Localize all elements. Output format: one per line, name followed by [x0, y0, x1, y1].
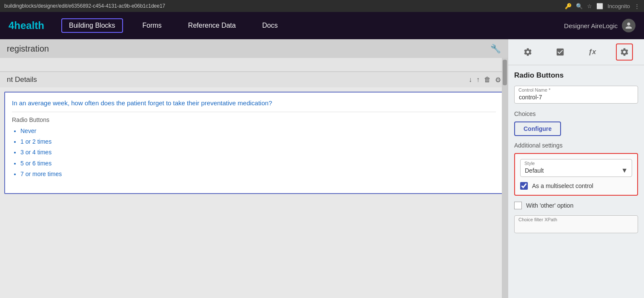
fx-icon: ƒx	[588, 48, 596, 56]
nav-user-area: Designer AireLogic	[564, 19, 635, 32]
gear2-button[interactable]	[616, 43, 633, 61]
radio-choices-list: Never 1 or 2 times 3 or 4 times 5 or 6 t…	[12, 126, 496, 179]
fx-button[interactable]: ƒx	[584, 43, 601, 61]
nav-forms[interactable]: Forms	[136, 19, 169, 32]
choices-label: Choices	[514, 110, 638, 117]
main-layout: registration 🔧 nt Details ↓ ↑ 🗑 ⚙ In an …	[0, 39, 644, 298]
user-name: Designer AireLogic	[564, 22, 618, 29]
page-title: registration	[7, 44, 49, 54]
browser-url: buildingblocks/designer/edit/e6356892-c4…	[4, 3, 165, 9]
up-arrow-icon[interactable]: ↑	[476, 76, 480, 84]
other-option-checkbox-empty[interactable]	[514, 202, 522, 209]
highlighted-settings-box: Style Default Horizontal Vertical ▼ As a…	[514, 153, 638, 196]
browser-controls: 🔑 🔍 ☆ ⬜ Incognito ⋮	[565, 3, 640, 9]
top-nav: 4health Building Blocks Forms Reference …	[0, 12, 644, 39]
wrench-icon[interactable]: 🔧	[490, 43, 501, 54]
down-arrow-icon[interactable]: ↓	[469, 76, 472, 84]
bookmark-icon: ☆	[587, 3, 592, 9]
delete-icon[interactable]: 🗑	[484, 76, 491, 84]
list-item: 7 or more times	[20, 169, 496, 179]
list-item: Never	[20, 126, 496, 136]
nav-docs[interactable]: Docs	[255, 19, 284, 32]
other-option-label: With 'other' option	[526, 202, 573, 209]
section-title: nt Details	[7, 75, 37, 84]
browser-bar: buildingblocks/designer/edit/e6356892-c4…	[0, 0, 644, 12]
list-item: 3 or 4 times	[20, 147, 496, 158]
content-area: registration 🔧 nt Details ↓ ↑ 🗑 ⚙ In an …	[0, 39, 508, 298]
section-actions: ↓ ↑ 🗑 ⚙	[469, 76, 501, 84]
zoom-icon: 🔍	[576, 3, 583, 9]
settings-icon[interactable]: ⚙	[495, 76, 501, 84]
url-text: buildingblocks/designer/edit/e6356892-c4…	[4, 3, 165, 9]
filter-label: Choice filter XPath	[518, 217, 557, 222]
question-text: In an average week, how often does the p…	[12, 99, 496, 107]
multiselect-label: As a multiselect control	[532, 182, 593, 189]
menu-icon: ⋮	[634, 3, 640, 9]
multiselect-checkbox[interactable]	[520, 182, 528, 190]
filter-group: Choice filter XPath	[514, 215, 638, 233]
control-name-field: Control Name *	[514, 86, 638, 104]
checkbox-button[interactable]	[552, 43, 569, 61]
additional-settings-label: Additional settings	[514, 142, 638, 149]
list-item: 5 or 6 times	[20, 158, 496, 169]
configure-button[interactable]: Configure	[514, 122, 561, 136]
panel-title: Radio Buttons	[514, 71, 638, 80]
panel-content: Radio Buttons Control Name * Choices Con…	[508, 65, 644, 298]
key-icon: 🔑	[565, 3, 572, 9]
list-item: 1 or 2 times	[20, 136, 496, 147]
panel-toolbar: ƒx	[508, 39, 644, 65]
right-panel: ƒx Radio Buttons Control Name * Choices …	[508, 39, 644, 298]
avatar	[622, 19, 635, 32]
incognito-label: Incognito	[607, 3, 630, 9]
section-header: nt Details ↓ ↑ 🗑 ⚙	[0, 72, 508, 87]
style-dropdown-group: Style Default Horizontal Vertical ▼	[520, 159, 632, 177]
question-card: In an average week, how often does the p…	[4, 92, 504, 194]
style-label: Style	[524, 161, 535, 166]
gear1-button[interactable]	[519, 43, 536, 61]
sub-header: registration 🔧	[0, 39, 508, 58]
window-icon: ⬜	[596, 3, 603, 9]
radio-type-label: Radio Buttons	[12, 116, 496, 123]
scroll-bar[interactable]	[502, 58, 508, 298]
nav-building-blocks[interactable]: Building Blocks	[61, 18, 123, 33]
other-option-row: With 'other' option	[514, 202, 638, 209]
scroll-thumb[interactable]	[503, 60, 507, 85]
app-logo: 4health	[9, 20, 44, 32]
control-name-label: Control Name *	[518, 87, 550, 93]
multiselect-row: As a multiselect control	[520, 182, 632, 190]
blank-bar	[0, 58, 508, 72]
nav-reference-data[interactable]: Reference Data	[181, 19, 243, 32]
style-select[interactable]: Default Horizontal Vertical	[520, 159, 632, 177]
